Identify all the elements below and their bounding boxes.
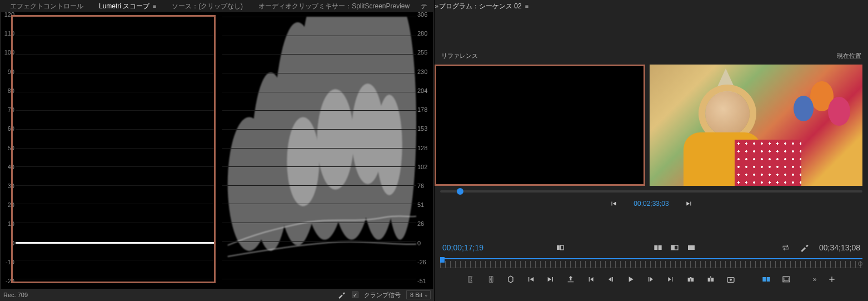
snapshot-icon[interactable]: [726, 275, 735, 284]
go-to-prev-edit-icon[interactable]: [586, 275, 595, 284]
axis-tick: 128: [417, 145, 427, 151]
tab-lumetri-scopes[interactable]: Lumetri スコープ ≡: [91, 0, 164, 13]
grid-line: [16, 279, 216, 279]
lift-icon[interactable]: [686, 275, 695, 284]
scrubber-playhead[interactable]: [457, 188, 463, 195]
axis-tick: 90: [8, 68, 14, 75]
wrench-icon[interactable]: [337, 290, 346, 299]
scene-balloon: [828, 97, 850, 126]
svg-rect-21: [707, 278, 710, 282]
timeline-end-marker[interactable]: [858, 261, 862, 266]
mark-out-icon[interactable]: [486, 275, 495, 284]
tab-overflow[interactable]: テ: [417, 2, 431, 11]
svg-rect-16: [671, 245, 675, 250]
timeline-playhead[interactable]: [440, 257, 445, 263]
go-to-in-icon[interactable]: [609, 199, 618, 208]
axis-tick: 26: [417, 220, 424, 227]
axis-tick: -51: [417, 278, 426, 284]
axis-tick: 60: [8, 125, 14, 132]
grid-line: [16, 110, 216, 111]
grid-line: [16, 260, 216, 260]
axis-tick: 30: [8, 182, 14, 189]
grid-line: [16, 36, 216, 36]
axis-tick: 80: [8, 87, 14, 94]
grid-line: [16, 73, 216, 73]
axis-tick: 110: [4, 30, 14, 37]
axis-tick: 51: [417, 201, 424, 208]
panel-menu-icon[interactable]: ≡: [525, 3, 528, 9]
scene-gift-box: [735, 140, 801, 186]
tab-effect-controls[interactable]: エフェクトコントロール: [2, 0, 91, 12]
safe-margins-icon[interactable]: [782, 275, 791, 284]
svg-rect-18: [687, 278, 690, 282]
single-view-icon[interactable]: [670, 243, 679, 252]
current-timecode[interactable]: 00;00;17;19: [442, 243, 483, 252]
scope-left-waveform: [16, 17, 216, 279]
svg-point-8: [317, 89, 354, 189]
panel-menu-icon[interactable]: ≡: [153, 3, 156, 9]
grid-line: [222, 279, 416, 279]
transport-overflow-icon[interactable]: »: [813, 275, 817, 283]
program-title-prefix: プログラム：: [439, 2, 479, 11]
step-forward-icon[interactable]: [646, 275, 655, 284]
axis-tick: 50: [8, 145, 14, 151]
add-marker-icon[interactable]: [506, 275, 515, 284]
comparison-view: [435, 65, 862, 186]
tab-overflow-chevron[interactable]: »: [431, 2, 442, 10]
button-editor-plus-icon[interactable]: [827, 275, 836, 284]
extract-icon[interactable]: [706, 275, 715, 284]
grid-line: [222, 73, 416, 73]
play-icon[interactable]: [626, 275, 635, 284]
bit-depth-dropdown[interactable]: 8 Bit ⌄: [406, 290, 431, 299]
grid-line: [16, 17, 216, 17]
axis-tick: 100: [4, 49, 14, 56]
grid-line: [16, 185, 216, 186]
full-view-icon[interactable]: [687, 243, 696, 252]
svg-rect-12: [561, 245, 563, 250]
svg-point-24: [730, 279, 732, 281]
grid-line: [222, 148, 416, 149]
axis-tick: 20: [8, 201, 14, 208]
grid-line: [16, 241, 216, 242]
grid-line: [16, 204, 216, 204]
duration-timecode[interactable]: 00;34;13;08: [819, 243, 860, 252]
comparison-view-icon[interactable]: [654, 243, 662, 252]
program-sequence-name[interactable]: シーケンス 02: [479, 2, 522, 11]
timeline-ruler[interactable]: [440, 258, 862, 269]
current-position-view[interactable]: [650, 65, 862, 186]
axis-tick: 0: [417, 240, 421, 246]
loop-icon[interactable]: [781, 243, 790, 252]
go-to-next-edit-icon[interactable]: [666, 275, 675, 284]
svg-rect-19: [691, 278, 694, 282]
svg-point-7: [287, 117, 319, 206]
wrench-icon[interactable]: [800, 243, 809, 252]
reference-view[interactable]: [435, 65, 645, 186]
axis-tick: -20: [6, 278, 14, 284]
go-to-out-point-icon[interactable]: [546, 275, 555, 284]
svg-rect-11: [557, 245, 560, 250]
grid-line: [222, 17, 416, 17]
reference-scrubber[interactable]: [440, 188, 862, 195]
scope-right-waveform: [222, 17, 416, 279]
colorspace-label: Rec. 709: [3, 292, 28, 298]
go-to-in-point-icon[interactable]: [526, 275, 535, 284]
scene-child-face: [705, 91, 750, 136]
grid-line: [222, 54, 416, 55]
tab-source[interactable]: ソース：(クリップなし): [164, 0, 251, 12]
fit-icon[interactable]: [556, 243, 565, 252]
clamp-signal-checkbox[interactable]: [352, 292, 358, 298]
step-back-icon[interactable]: [606, 275, 615, 284]
go-to-out-icon[interactable]: [685, 199, 694, 208]
clamp-signal-label: クランプ信号: [364, 291, 401, 299]
comparison-toggle-icon[interactable]: [762, 275, 771, 284]
grid-line: [222, 260, 416, 260]
export-frame-icon[interactable]: [566, 275, 575, 284]
axis-tick: 230: [417, 68, 427, 75]
chevron-down-icon: ⌄: [424, 292, 428, 298]
mark-in-icon[interactable]: [466, 275, 475, 284]
axis-tick: 10: [8, 220, 14, 227]
reference-timecode[interactable]: 00;02;33;03: [633, 200, 669, 208]
scene-balloon: [794, 96, 814, 121]
tab-audio-clip-mixer[interactable]: オーディオクリップミキサー：SplitScreenPreview: [251, 0, 417, 12]
grid-line: [16, 54, 216, 55]
